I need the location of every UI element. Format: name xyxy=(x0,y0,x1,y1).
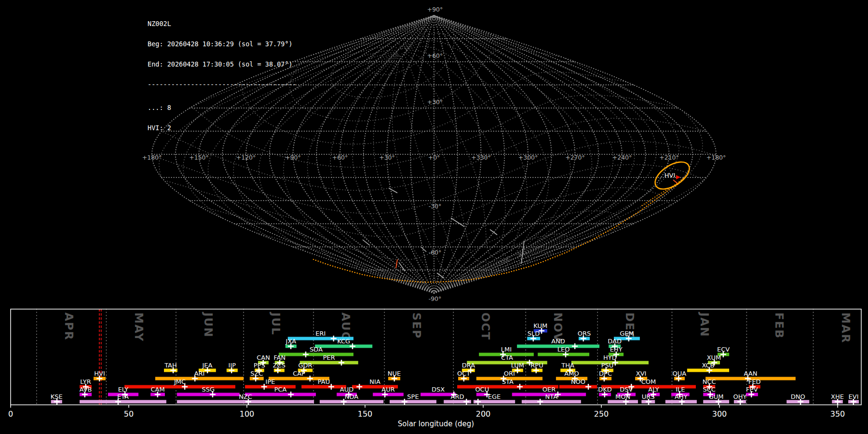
shower-label: AAN xyxy=(744,370,757,377)
x-axis-tick-label: 350 xyxy=(830,409,845,419)
shower-bar xyxy=(124,385,235,389)
shower-peak-marker xyxy=(303,352,309,357)
shower-label: LEO xyxy=(557,346,570,353)
shower-bar xyxy=(80,400,166,404)
shower-label: EGE xyxy=(488,393,501,400)
shower-label: GDR xyxy=(298,362,312,369)
shower-label: THA xyxy=(561,362,574,369)
x-axis-title: Solar longitude (deg) xyxy=(398,420,474,428)
lat-axis-label: -30° xyxy=(429,203,442,210)
lon-axis-label: +120° xyxy=(236,154,256,161)
grid-meridian xyxy=(364,15,434,293)
shower-bar xyxy=(279,353,353,356)
shower-label: IPE xyxy=(266,378,275,385)
shower-label: XCB xyxy=(702,362,714,369)
shower-peak-marker xyxy=(307,376,313,381)
shower-label: DSX xyxy=(432,386,445,393)
shower-label: NOO xyxy=(571,378,585,385)
lat-axis-label: -60° xyxy=(429,249,442,256)
shower-label: DSV xyxy=(620,386,633,393)
shower-peak-marker xyxy=(339,360,344,366)
shower-peak-marker xyxy=(463,399,469,405)
lon-axis-label: +180° xyxy=(142,154,162,161)
shower-peak-marker xyxy=(402,399,407,405)
shower-label: PER xyxy=(323,354,335,361)
lon-axis-label: +0° xyxy=(428,154,440,161)
lat-axis-label: +60° xyxy=(427,52,443,59)
shower-label: NZC xyxy=(239,393,252,400)
shower-bar xyxy=(522,400,581,404)
shower-bar xyxy=(315,345,372,348)
shower-bar xyxy=(245,393,316,396)
lon-axis-label: +240° xyxy=(612,154,632,161)
shower-label: ARI xyxy=(194,370,205,377)
shower-peak-marker xyxy=(350,343,355,349)
hvi-count: HVI: 2 xyxy=(148,124,297,131)
month-label: MAR xyxy=(840,312,852,343)
shower-label: AVB xyxy=(80,386,92,393)
shower-label: KCG xyxy=(337,338,350,345)
lon-axis-label: +300° xyxy=(518,154,538,161)
lat-axis-label: -90° xyxy=(429,295,442,302)
shower-peak-marker xyxy=(288,392,294,397)
shower-label: AMO xyxy=(564,370,579,377)
shower-label: AND xyxy=(551,338,565,345)
hvi-meteor-trail xyxy=(396,259,397,268)
lon-axis-label: +60° xyxy=(332,154,348,161)
shower-label: ORS xyxy=(578,330,591,337)
shower-label: CTA xyxy=(501,354,513,361)
x-axis-tick-label: 50 xyxy=(124,409,134,419)
shower-label: HYD xyxy=(603,354,617,361)
shower-bar xyxy=(177,393,240,396)
lon-axis-label: +270° xyxy=(565,154,585,161)
shower-bar xyxy=(608,400,638,404)
shower-label: FED xyxy=(748,378,761,385)
shower-label: ARD xyxy=(451,393,464,400)
month-label: JUL xyxy=(270,312,282,336)
x-axis-tick-label: 250 xyxy=(594,409,609,419)
end-time-line: End: 20260428 17:30:05 (sol = 38.07°) xyxy=(148,61,297,68)
sporadic-count: ...: 8 xyxy=(148,104,297,111)
shower-label: ZCS xyxy=(273,362,285,369)
x-axis-tick-label: 100 xyxy=(240,409,255,419)
shower-label: TAH xyxy=(164,362,177,369)
shower-label: GEM xyxy=(620,330,634,337)
x-axis-tick-label: 150 xyxy=(358,409,373,419)
shower-label: ORI xyxy=(504,370,515,377)
month-label: APR xyxy=(63,312,75,340)
separator-line: -------------------------------------- xyxy=(148,81,297,88)
shower-bar xyxy=(155,377,244,380)
meteor-trail xyxy=(389,188,397,193)
station-code: NZ002L xyxy=(148,20,297,27)
sky-map-and-timeline-canvas: +180°+150°+120°+90°+60°+30°+0°+330°+300°… xyxy=(0,0,868,434)
shower-label: NIA xyxy=(369,378,380,385)
month-label: JUN xyxy=(202,312,215,338)
radiant-pointer-icon xyxy=(676,175,680,179)
shower-label: SPE xyxy=(407,393,419,400)
shower-peak-marker xyxy=(585,384,591,390)
begin-time-line: Beg: 20260428 10:36:29 (sol = 37.79°) xyxy=(148,41,297,47)
shower-bar xyxy=(373,393,404,396)
x-axis-tick-label: 200 xyxy=(476,409,491,419)
shower-label: KUM xyxy=(533,322,547,329)
shower-bar xyxy=(559,385,597,389)
activity-timeline: APRMAYJUNJULAUGSEPOCTNOVDECJANFEBMARKUME… xyxy=(8,309,861,428)
lat-axis-label: +30° xyxy=(427,98,443,106)
shower-label: CAP xyxy=(293,370,305,377)
month-label: SEP xyxy=(410,312,423,339)
shower-label: AHY xyxy=(675,393,688,400)
lon-axis-label: +330° xyxy=(471,154,491,161)
shower-label: SZC xyxy=(250,370,263,377)
lon-axis-label: +90° xyxy=(285,154,301,161)
month-label: OCT xyxy=(479,312,492,340)
radiant-map-screen: NZ002L Beg: 20260428 10:36:29 (sol = 37.… xyxy=(0,0,868,434)
shower-label: XVI xyxy=(636,370,647,377)
shower-label: OER xyxy=(542,386,556,393)
lon-axis-label: +210° xyxy=(659,154,679,161)
shower-label: SDA xyxy=(310,346,323,353)
lon-axis-label: +180° xyxy=(706,154,726,161)
shower-label: SCC xyxy=(703,386,715,393)
shower-label: PSU xyxy=(601,362,614,369)
lon-axis-label: +150° xyxy=(189,154,209,161)
shower-peak-marker xyxy=(537,399,543,405)
